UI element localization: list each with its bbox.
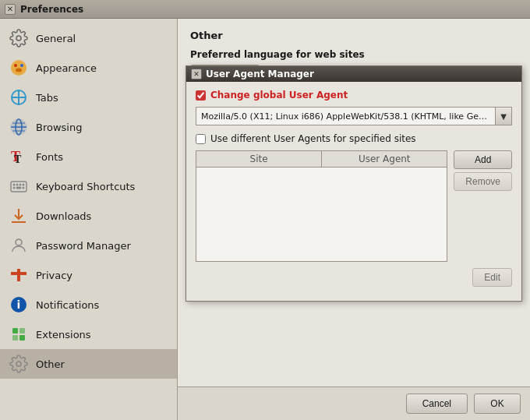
title-bar: ✕ Preferences xyxy=(0,0,530,19)
sidebar-label-notifications: Notifications xyxy=(36,299,99,311)
ua-table-header: Site User Agent xyxy=(196,151,447,168)
ua-col-site: Site xyxy=(196,151,322,167)
svg-rect-33 xyxy=(12,328,18,334)
sidebar-label-tabs: Tabs xyxy=(36,92,58,104)
user-agent-manager-dialog: ✕ User Agent Manager Change global User … xyxy=(186,65,522,302)
sidebar-label-password: Password Manager xyxy=(36,240,131,252)
sidebar-item-privacy[interactable]: Privacy xyxy=(0,260,177,290)
close-icon[interactable]: ✕ xyxy=(5,4,16,15)
svg-rect-36 xyxy=(19,335,25,341)
dialog-close-button[interactable]: ✕ xyxy=(191,69,202,79)
sidebar-item-keyboard[interactable]: Keyboard Shortcuts xyxy=(0,171,177,201)
tabs-icon xyxy=(8,86,30,108)
dialog-title: User Agent Manager xyxy=(206,69,314,79)
sidebar-label-appearance: Appearance xyxy=(36,62,97,74)
footer: Cancel OK xyxy=(178,386,530,420)
browsing-icon xyxy=(8,116,30,138)
sidebar-label-privacy: Privacy xyxy=(36,270,72,281)
pref-lang-label: Preferred language for web sites xyxy=(190,49,518,60)
sidebar-item-notifications[interactable]: iNotifications xyxy=(0,290,177,319)
sidebar: GeneralAppearanceTabsBrowsingTTFontsKeyb… xyxy=(0,19,178,420)
svg-rect-23 xyxy=(11,272,14,275)
ok-button[interactable]: OK xyxy=(474,394,521,414)
use-different-label: Use different User Agents for specified … xyxy=(210,133,416,144)
edit-row: Edit xyxy=(196,268,512,287)
change-global-checkbox[interactable] xyxy=(196,90,206,101)
ua-table-buttons: Add Remove xyxy=(454,150,512,262)
keyboard-icon xyxy=(8,175,30,197)
svg-point-22 xyxy=(16,239,22,245)
ua-col-useragent: User Agent xyxy=(322,151,447,167)
ua-table-container: Site User Agent Add Remove xyxy=(196,150,512,262)
notifications-icon: i xyxy=(8,294,30,316)
use-different-checkbox[interactable] xyxy=(196,134,206,144)
sidebar-item-other[interactable]: Other xyxy=(0,349,177,379)
sidebar-label-downloads: Downloads xyxy=(36,210,91,222)
sidebar-label-browsing: Browsing xyxy=(36,122,82,133)
use-different-row: Use different User Agents for specified … xyxy=(196,133,512,144)
svg-text:i: i xyxy=(17,298,21,311)
appearance-icon xyxy=(8,57,30,79)
sidebar-label-general: General xyxy=(36,33,76,44)
password-icon xyxy=(8,235,30,256)
svg-point-1 xyxy=(11,60,26,76)
svg-rect-26 xyxy=(17,272,20,275)
svg-point-3 xyxy=(20,64,23,67)
edit-button[interactable]: Edit xyxy=(472,268,512,287)
sidebar-item-general[interactable]: General xyxy=(0,23,177,53)
change-global-label: Change global User Agent xyxy=(210,90,348,101)
cancel-button[interactable]: Cancel xyxy=(406,394,468,414)
sidebar-label-other: Other xyxy=(36,358,65,370)
remove-button[interactable]: Remove xyxy=(454,172,512,191)
privacy-icon xyxy=(8,264,30,286)
sidebar-label-keyboard: Keyboard Shortcuts xyxy=(36,181,135,192)
sidebar-label-fonts: Fonts xyxy=(36,151,63,163)
fonts-icon: TT xyxy=(8,146,30,168)
dialog-title-bar: ✕ User Agent Manager xyxy=(186,66,521,82)
svg-rect-28 xyxy=(17,278,20,281)
sidebar-item-fonts[interactable]: TTFonts xyxy=(0,142,177,171)
ua-table: Site User Agent xyxy=(196,150,447,262)
change-global-row: Change global User Agent xyxy=(196,90,512,101)
sidebar-item-browsing[interactable]: Browsing xyxy=(0,112,177,142)
user-agent-value[interactable]: Mozilla/5.0 (X11; Linux i686) AppleWebKi… xyxy=(196,107,495,125)
svg-point-2 xyxy=(14,64,17,67)
user-agent-dropdown-row: Mozilla/5.0 (X11; Linux i686) AppleWebKi… xyxy=(196,107,512,125)
svg-point-0 xyxy=(16,36,21,41)
svg-rect-29 xyxy=(20,272,23,275)
dropdown-arrow-button[interactable]: ▼ xyxy=(495,107,512,125)
svg-point-4 xyxy=(16,69,22,72)
sidebar-item-appearance[interactable]: Appearance xyxy=(0,53,177,83)
ua-table-body xyxy=(196,168,447,261)
sidebar-item-downloads[interactable]: Downloads xyxy=(0,201,177,231)
add-button[interactable]: Add xyxy=(454,150,512,169)
svg-rect-35 xyxy=(12,335,18,341)
svg-rect-34 xyxy=(19,328,25,334)
sidebar-label-extensions: Extensions xyxy=(36,329,91,341)
content-area: Other Preferred language for web sites L… xyxy=(178,19,530,420)
sidebar-item-tabs[interactable]: Tabs xyxy=(0,83,177,112)
other-icon xyxy=(8,353,30,375)
extensions-icon xyxy=(8,323,30,345)
svg-rect-24 xyxy=(14,272,17,275)
downloads-icon xyxy=(8,205,30,227)
sidebar-item-extensions[interactable]: Extensions xyxy=(0,319,177,349)
svg-rect-30 xyxy=(23,272,26,275)
dialog-body: Change global User Agent Mozilla/5.0 (X1… xyxy=(186,82,521,301)
svg-rect-27 xyxy=(17,275,20,278)
sidebar-item-password[interactable]: Password Manager xyxy=(0,231,177,260)
window-title: Preferences xyxy=(20,4,83,15)
general-icon xyxy=(8,27,30,49)
svg-rect-25 xyxy=(17,269,20,272)
section-title: Other xyxy=(190,30,518,41)
svg-point-37 xyxy=(16,362,21,366)
